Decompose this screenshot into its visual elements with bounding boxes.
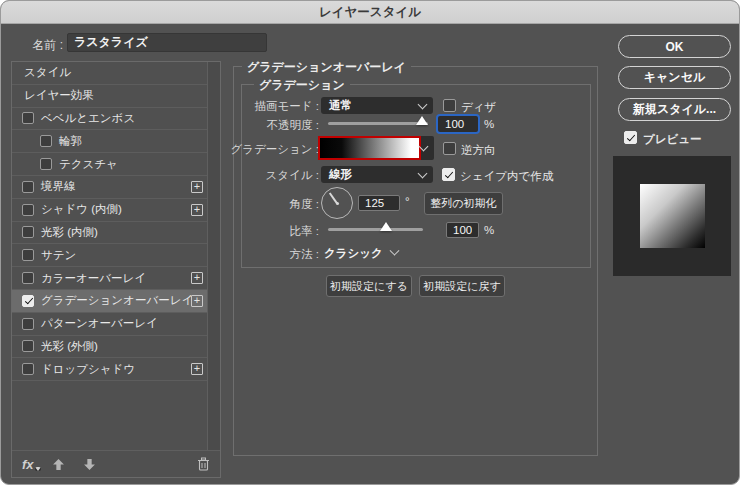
style-enable-checkbox[interactable]	[22, 226, 34, 238]
style-enable-checkbox[interactable]	[40, 135, 52, 147]
sidebar-item-label: パターンオーバーレイ	[41, 316, 158, 331]
style-enable-checkbox[interactable]	[22, 318, 34, 330]
reverse-label: 逆方向	[461, 143, 496, 158]
dither-label: ディザ	[461, 100, 496, 115]
scale-label: 比率 :	[229, 224, 319, 239]
sidebar-item-label: テクスチャ	[59, 157, 118, 172]
ok-button[interactable]: OK	[618, 35, 731, 58]
style-enable-checkbox[interactable]	[22, 181, 34, 193]
opacity-unit: %	[484, 118, 494, 130]
opacity-slider-thumb[interactable]	[416, 116, 428, 125]
chevron-down-icon	[389, 246, 399, 256]
sidebar-item[interactable]: 光彩 (外側)	[12, 336, 208, 359]
fx-menu-icon[interactable]: fx	[22, 457, 34, 472]
style-value: 線形	[321, 167, 352, 182]
sidebar-item[interactable]: パターンオーバーレイ	[12, 313, 208, 336]
name-input[interactable]	[67, 33, 267, 52]
style-enable-checkbox[interactable]	[22, 204, 34, 216]
sidebar-item[interactable]: 光彩 (内側)	[12, 222, 208, 245]
sidebar-item[interactable]: 輪郭	[12, 130, 208, 153]
method-value: クラシック	[324, 246, 383, 261]
add-effect-icon[interactable]: +	[191, 181, 203, 193]
blend-mode-label: 描画モード :	[229, 99, 319, 114]
add-effect-icon[interactable]: +	[191, 204, 203, 216]
angle-dial[interactable]	[321, 187, 353, 219]
sidebar-item-label: カラーオーバーレイ	[41, 271, 146, 286]
reverse-checkbox[interactable]	[443, 142, 456, 155]
layer-style-dialog: レイヤースタイル 名前 : スタイルレイヤー効果ベベルとエンボス輪郭テクスチャ境…	[0, 0, 740, 485]
angle-dial-center	[336, 202, 339, 205]
style-enable-checkbox[interactable]	[22, 249, 34, 261]
align-with-shape-checkbox[interactable]	[442, 168, 455, 181]
style-enable-checkbox[interactable]	[22, 340, 34, 352]
new-style-button[interactable]: 新規スタイル...	[618, 98, 731, 121]
styles-sidebar: スタイルレイヤー効果ベベルとエンボス輪郭テクスチャ境界線+シャドウ (内側)+光…	[11, 61, 221, 478]
scale-unit: %	[484, 224, 494, 236]
blend-mode-value: 通常	[321, 98, 352, 113]
reset-alignment-button[interactable]: 整列の初期化	[424, 192, 503, 215]
sidebar-item[interactable]: ドロップシャドウ+	[12, 358, 208, 381]
sidebar-item[interactable]: カラーオーバーレイ+	[12, 267, 208, 290]
cancel-button[interactable]: キャンセル	[618, 66, 731, 89]
sidebar-item-label: ベベルとエンボス	[41, 111, 135, 126]
sidebar-item[interactable]: テクスチャ	[12, 153, 208, 176]
add-effect-icon[interactable]: +	[191, 272, 203, 284]
gradient-overlay-group-title: グラデーションオーバーレイ	[242, 59, 411, 76]
sidebar-item-label: レイヤー効果	[24, 88, 94, 103]
chevron-down-icon	[418, 168, 428, 178]
opacity-slider-track[interactable]	[328, 122, 428, 125]
sidebar-item-label: 境界線	[41, 179, 76, 194]
add-effect-icon[interactable]: +	[191, 363, 203, 375]
angle-unit: °	[405, 195, 410, 207]
preview-label: プレビュー	[643, 132, 702, 147]
scale-input[interactable]	[446, 222, 479, 238]
sidebar-item[interactable]: グラデーションオーバーレイ+	[12, 290, 208, 313]
angle-label: 角度 :	[229, 197, 319, 212]
style-enable-checkbox[interactable]	[22, 112, 34, 124]
sidebar-item[interactable]: レイヤー効果	[12, 85, 208, 108]
move-down-icon[interactable]	[83, 458, 96, 471]
sidebar-item-label: 光彩 (外側)	[41, 339, 98, 354]
angle-input[interactable]	[358, 195, 400, 211]
trash-icon[interactable]	[197, 457, 210, 471]
opacity-label: 不透明度 :	[229, 118, 319, 133]
scale-slider-thumb[interactable]	[380, 222, 392, 231]
sidebar-item-label: グラデーションオーバーレイ	[41, 293, 193, 308]
chevron-down-icon	[418, 99, 428, 109]
style-label: スタイル :	[229, 168, 319, 183]
style-enable-checkbox[interactable]	[22, 363, 34, 375]
scale-slider-track[interactable]	[328, 228, 423, 231]
style-enable-checkbox[interactable]	[22, 295, 34, 307]
sidebar-scrollbar[interactable]	[207, 62, 220, 451]
sidebar-item[interactable]: シャドウ (内側)+	[12, 199, 208, 222]
gradient-swatch[interactable]	[318, 136, 421, 160]
align-with-shape-label: シェイプ内で作成	[460, 169, 553, 184]
make-default-button[interactable]: 初期設定にする	[326, 275, 412, 297]
opacity-input[interactable]	[438, 116, 478, 132]
style-enable-checkbox[interactable]	[22, 272, 34, 284]
method-select[interactable]: クラシック	[324, 246, 398, 261]
preview-checkbox[interactable]	[624, 131, 637, 144]
fx-dropdown-arrow-icon	[35, 467, 41, 471]
dialog-titlebar[interactable]: レイヤースタイル	[1, 1, 739, 24]
gradient-picker[interactable]	[318, 136, 434, 160]
style-enable-checkbox[interactable]	[40, 158, 52, 170]
sidebar-item[interactable]: スタイル	[12, 62, 208, 85]
sidebar-item[interactable]: ベベルとエンボス	[12, 108, 208, 131]
add-effect-icon[interactable]: +	[191, 295, 203, 307]
sidebar-item-label: 輪郭	[59, 134, 82, 149]
move-up-icon[interactable]	[52, 458, 65, 471]
name-label: 名前 :	[19, 37, 63, 54]
sidebar-item-label: ドロップシャドウ	[41, 362, 135, 377]
blend-mode-select[interactable]: 通常	[321, 97, 433, 114]
style-select[interactable]: 線形	[321, 166, 433, 183]
sidebar-item-label: スタイル	[24, 65, 71, 80]
gradient-label: グラデーション :	[229, 142, 319, 157]
sidebar-item[interactable]: 境界線+	[12, 176, 208, 199]
sidebar-item-label: サテン	[41, 248, 76, 263]
reset-default-button[interactable]: 初期設定に戻す	[419, 275, 505, 297]
dither-checkbox[interactable]	[443, 99, 456, 112]
gradient-group-title: グラデーション	[254, 77, 350, 94]
sidebar-item[interactable]: サテン	[12, 244, 208, 267]
sidebar-footer: fx	[12, 450, 220, 477]
